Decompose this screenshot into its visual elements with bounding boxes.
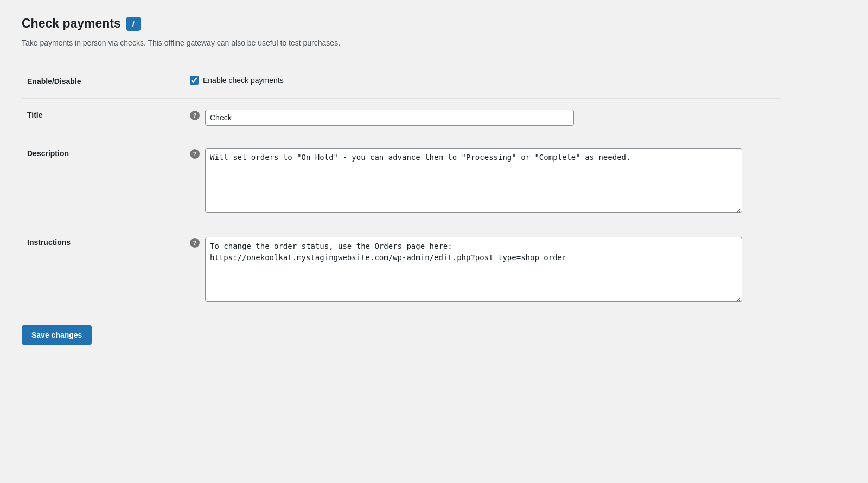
enable-disable-label: Enable/Disable <box>27 77 81 86</box>
instructions-field-content <box>205 237 776 304</box>
enable-disable-input-cell: Enable check payments <box>184 65 781 99</box>
enable-disable-label-cell: Enable/Disable <box>22 65 184 99</box>
instructions-textarea[interactable] <box>205 237 742 302</box>
instructions-label-cell: Instructions <box>22 226 184 315</box>
settings-form: Enable/Disable Enable check payments Tit… <box>22 65 781 314</box>
description-label: Description <box>27 149 69 158</box>
page-title: Check payments <box>22 16 121 31</box>
title-input[interactable] <box>205 110 574 126</box>
title-label: Title <box>27 111 43 119</box>
instructions-row: Instructions ? <box>22 226 781 315</box>
instructions-help-icon[interactable]: ? <box>190 238 200 248</box>
enable-disable-row: Enable/Disable Enable check payments <box>22 65 781 99</box>
info-badge-icon[interactable]: i <box>126 17 141 31</box>
main-container: Check payments i Take payments in person… <box>22 16 781 345</box>
enable-disable-checkbox-wrapper: Enable check payments <box>190 76 776 85</box>
description-input-cell: ? <box>184 137 781 226</box>
description-help-icon[interactable]: ? <box>190 149 200 159</box>
title-help-icon[interactable]: ? <box>190 111 200 120</box>
description-row: Description ? <box>22 137 781 226</box>
title-field-row: ? <box>190 110 776 126</box>
description-label-cell: Description <box>22 137 184 226</box>
title-row: Title ? <box>22 99 781 137</box>
save-button[interactable]: Save changes <box>22 325 92 345</box>
enable-disable-checkbox[interactable] <box>190 76 199 85</box>
title-field-content <box>205 110 776 126</box>
description-textarea[interactable] <box>205 148 742 213</box>
instructions-field-row: ? <box>190 237 776 304</box>
instructions-label: Instructions <box>27 238 71 247</box>
page-description: Take payments in person via checks. This… <box>22 37 781 49</box>
instructions-input-cell: ? <box>184 226 781 315</box>
title-label-cell: Title <box>22 99 184 137</box>
description-field-row: ? <box>190 148 776 215</box>
description-field-content <box>205 148 776 215</box>
enable-disable-checkbox-label[interactable]: Enable check payments <box>203 76 284 85</box>
title-input-cell: ? <box>184 99 781 137</box>
page-header: Check payments i <box>22 16 781 31</box>
